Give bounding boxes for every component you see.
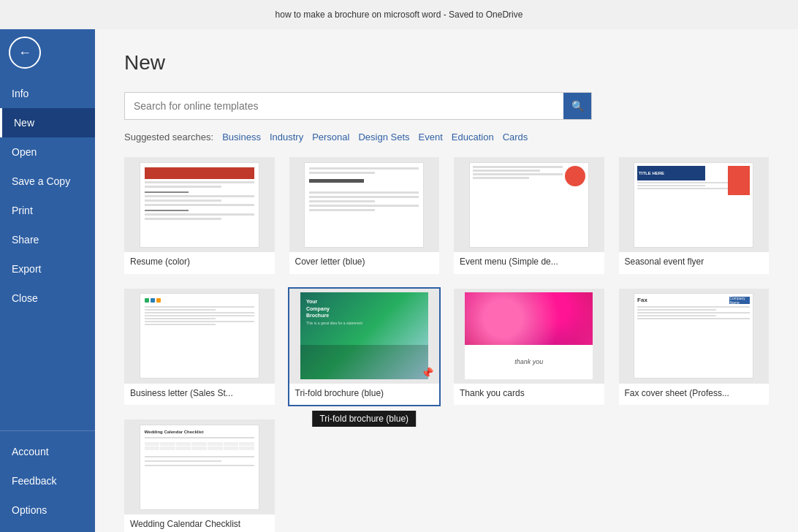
- suggested-link-event[interactable]: Event: [419, 132, 443, 142]
- template-resume[interactable]: Resume (color): [124, 157, 275, 274]
- page-title: New: [124, 51, 769, 75]
- thumb-fax-inner: Fax Company Name: [634, 293, 753, 379]
- template-biz-letter[interactable]: Business letter (Sales St...: [124, 289, 275, 406]
- thumb-resume-inner: [140, 162, 259, 248]
- sidebar-item-info[interactable]: Info: [0, 79, 95, 108]
- sidebar-nav: Info New Open Save a Copy Print Share Ex…: [0, 79, 95, 313]
- template-seasonal[interactable]: TITLE HERE Seasonal event flyer: [619, 157, 770, 274]
- sidebar-item-share[interactable]: Share: [0, 225, 95, 254]
- title-bar: how to make a brochure on microsoft word…: [0, 0, 798, 29]
- thumb-brochure-inner: YourCompanyBrochure This is a great idea…: [300, 292, 428, 380]
- template-cover-wrapper: Cover letter (blue): [289, 157, 440, 274]
- suggested-link-industry[interactable]: Industry: [270, 132, 303, 142]
- thumb-thankyou-inner: thank you: [465, 292, 593, 380]
- sidebar-item-export[interactable]: Export: [0, 254, 95, 284]
- sidebar: ← Info New Open Save a Copy Print Share …: [0, 29, 95, 532]
- templates-grid: Resume (color) Cover letter: [124, 157, 769, 532]
- template-thankyou-wrapper: thank you Thank you cards: [454, 289, 604, 406]
- thumb-event-menu-inner: [469, 162, 589, 248]
- template-calendar[interactable]: Wedding Calendar Checklist: [124, 419, 275, 532]
- template-label-biz-letter: Business letter (Sales St...: [124, 384, 275, 406]
- sidebar-divider: [0, 430, 95, 431]
- sidebar-item-options[interactable]: Options: [0, 495, 95, 525]
- template-thumb-resume: [124, 157, 275, 252]
- template-thumb-biz-letter: [124, 289, 275, 384]
- template-label-event-menu: Event menu (Simple de...: [454, 252, 604, 274]
- template-resume-wrapper: Resume (color): [124, 157, 275, 274]
- title-text: how to make a brochure on microsoft word…: [276, 10, 523, 20]
- back-icon: ←: [18, 45, 31, 61]
- sidebar-item-print[interactable]: Print: [0, 196, 95, 225]
- template-label-cover: Cover letter (blue): [289, 252, 440, 274]
- template-biz-letter-wrapper: Business letter (Sales St...: [124, 289, 275, 406]
- template-event-menu-wrapper: Event menu (Simple de...: [454, 157, 604, 274]
- template-label-seasonal: Seasonal event flyer: [619, 252, 770, 274]
- template-thumb-calendar: Wedding Calendar Checklist: [124, 419, 275, 514]
- sidebar-item-close[interactable]: Close: [0, 284, 95, 313]
- template-thumb-seasonal: TITLE HERE: [619, 157, 770, 252]
- template-fax-wrapper: Fax Company Name Fax cover sheet (Profes…: [619, 289, 770, 406]
- template-event-menu[interactable]: Event menu (Simple de...: [454, 157, 604, 274]
- suggested-link-design-sets[interactable]: Design Sets: [358, 132, 409, 142]
- back-button[interactable]: ←: [9, 37, 41, 69]
- template-label-brochure: Tri-fold brochure (blue): [289, 384, 440, 406]
- template-seasonal-wrapper: TITLE HERE Seasonal event flyer: [619, 157, 770, 274]
- template-label-fax: Fax cover sheet (Profess...: [619, 384, 770, 406]
- search-input[interactable]: [125, 94, 563, 118]
- thumb-biz-letter-inner: [140, 293, 259, 379]
- template-calendar-wrapper: Wedding Calendar Checklist: [124, 419, 275, 532]
- sidebar-item-new[interactable]: New: [0, 108, 95, 137]
- suggested-label: Suggested searches:: [124, 132, 213, 142]
- suggested-link-education[interactable]: Education: [452, 132, 494, 142]
- brochure-tooltip: Tri-fold brochure (blue): [312, 411, 416, 427]
- template-brochure[interactable]: YourCompanyBrochure This is a great idea…: [289, 289, 440, 406]
- search-bar: 🔍: [124, 92, 592, 120]
- template-thumb-event-menu: [454, 157, 604, 252]
- thumb-calendar-inner: Wedding Calendar Checklist: [140, 425, 259, 510]
- template-thumb-thankyou: thank you: [454, 289, 604, 384]
- sidebar-item-open[interactable]: Open: [0, 137, 95, 167]
- thumb-cover-inner: [304, 162, 424, 248]
- sidebar-bottom: Account Feedback Options: [0, 425, 95, 532]
- template-cover[interactable]: Cover letter (blue): [289, 157, 440, 274]
- sidebar-item-account[interactable]: Account: [0, 437, 95, 466]
- template-label-calendar: Wedding Calendar Checklist: [124, 514, 275, 532]
- template-brochure-wrapper: YourCompanyBrochure This is a great idea…: [289, 289, 440, 406]
- main-content: New 🔍 Suggested searches: Business Indus…: [95, 29, 798, 532]
- pin-icon: 📌: [421, 367, 433, 379]
- search-button[interactable]: 🔍: [563, 93, 591, 119]
- suggested-link-personal[interactable]: Personal: [312, 132, 349, 142]
- template-thumb-cover: [289, 157, 440, 252]
- template-thankyou[interactable]: thank you Thank you cards: [454, 289, 604, 406]
- template-label-resume: Resume (color): [124, 252, 275, 274]
- template-fax[interactable]: Fax Company Name Fax cover sheet (Profes…: [619, 289, 770, 406]
- template-thumb-brochure: YourCompanyBrochure This is a great idea…: [289, 289, 440, 384]
- sidebar-item-save-copy[interactable]: Save a Copy: [0, 167, 95, 196]
- sidebar-item-feedback[interactable]: Feedback: [0, 466, 95, 495]
- template-thumb-fax: Fax Company Name: [619, 289, 770, 384]
- suggested-link-business[interactable]: Business: [222, 132, 261, 142]
- suggested-link-cards[interactable]: Cards: [503, 132, 528, 142]
- thumb-seasonal-inner: TITLE HERE: [634, 162, 753, 248]
- search-icon: 🔍: [571, 100, 584, 112]
- template-label-thankyou: Thank you cards: [454, 384, 604, 406]
- suggested-searches: Suggested searches: Business Industry Pe…: [124, 132, 769, 142]
